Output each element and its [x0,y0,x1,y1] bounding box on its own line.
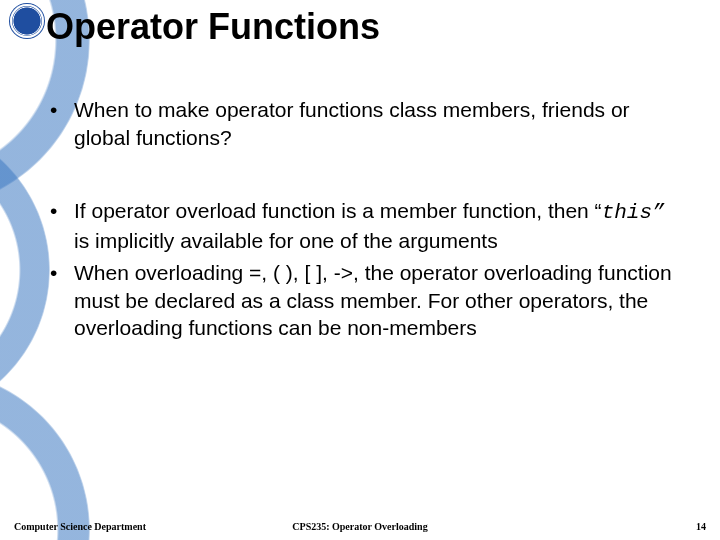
bullet-text: When overloading =, ( ), [ ], ->, the op… [74,261,672,339]
bullet-text-pre: If operator overload function is a membe… [74,199,602,222]
list-item: When overloading =, ( ), [ ], ->, the op… [46,259,680,342]
bullet-list: When to make operator functions class me… [46,96,680,342]
university-seal-logo [10,4,44,38]
list-item: When to make operator functions class me… [46,96,680,151]
slide-title: Operator Functions [46,6,380,48]
footer-center: CPS235: Operator Overloading [292,521,427,532]
slide-footer: Computer Science Department CPS235: Oper… [0,514,720,532]
bullet-text-mono: this” [602,201,665,224]
slide: Operator Functions When to make operator… [0,0,720,540]
list-item: If operator overload function is a membe… [46,197,680,254]
footer-left: Computer Science Department [14,521,146,532]
footer-page-number: 14 [696,521,706,532]
slide-content: When to make operator functions class me… [46,96,680,366]
bullet-text-post: is implicitly available for one of the a… [74,229,498,252]
bullet-text: When to make operator functions class me… [74,98,630,149]
